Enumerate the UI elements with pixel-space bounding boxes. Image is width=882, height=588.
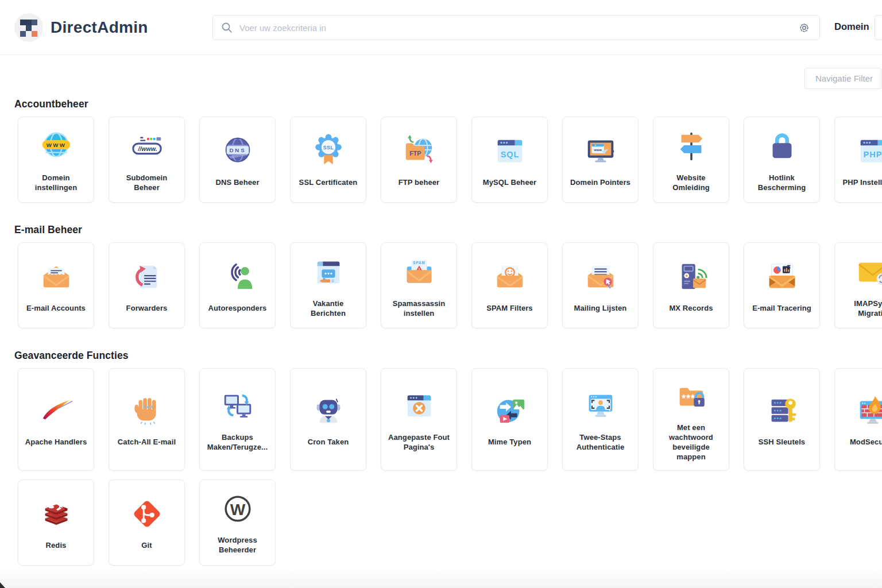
card-dns-beheer[interactable]: DNSDNS Beheer (199, 117, 276, 203)
card-spam-filters[interactable]: SPAM Filters (471, 242, 548, 328)
brand[interactable]: DirectAdmin (14, 13, 148, 42)
card-label: Apache Handlers (25, 438, 87, 447)
git-diamond-icon (129, 494, 165, 533)
svg-text:***: *** (682, 393, 695, 404)
svg-text:www: www (593, 148, 602, 152)
card-label: ModSecurity (850, 438, 882, 447)
card-label: Backups Maken/Terugze... (204, 433, 270, 452)
card-wordpress-beheerder[interactable]: WWordpress Beheerder (199, 479, 276, 566)
card-label: Autoresponders (208, 304, 267, 314)
svg-text://www.: //www. (137, 145, 157, 152)
card-label: SPAM Filters (486, 304, 532, 314)
card-e-mail-accounts[interactable]: ****E-mail Accounts (18, 242, 94, 328)
envelope-analytics-icon (764, 257, 800, 296)
card-label: Met een wachtwoord beveiligde mappen (658, 423, 724, 462)
svg-text:W: W (230, 501, 245, 519)
envelope-spam-warning-icon: SPAM! (401, 253, 437, 292)
card-label: Domein instellingen (23, 173, 89, 193)
card-mailing-lijsten[interactable]: Mailing Lijsten (562, 242, 639, 328)
card-e-mail-tracering[interactable]: E-mail Tracering (744, 242, 820, 328)
card-php-instellingen[interactable]: PHPPHP Instellingen (834, 117, 882, 203)
card-grid: ****E-mail AccountsForwardersAutorespond… (18, 242, 882, 328)
card-imapsync-migratie[interactable]: IMAPSync Migratie (834, 242, 882, 328)
card-label: Vakantie Berichten (295, 299, 361, 319)
robot-icon (311, 391, 346, 430)
globe-www-icon: WWW (38, 127, 74, 166)
svg-text:PHP: PHP (863, 150, 882, 159)
dns-globe-icon: DNS (220, 131, 256, 171)
server-key-icon (764, 391, 800, 430)
card-label: Subdomein Beheer (114, 173, 180, 193)
message-compose-window-icon (311, 253, 346, 292)
card-spamassassin-instellen[interactable]: SPAM!Spamassassin instellen (381, 242, 457, 328)
card-aangepaste-fout-pagina-s[interactable]: Aangepaste Fout Pagina's (381, 368, 457, 471)
card-label: E-mail Accounts (26, 304, 86, 314)
card-vakantie-berichten[interactable]: Vakantie Berichten (290, 242, 366, 328)
search-settings-button[interactable] (794, 18, 814, 37)
signpost-icon (674, 127, 709, 166)
card-apache-handlers[interactable]: Apache Handlers (18, 368, 94, 471)
app-header: DirectAdmin Domein (0, 0, 882, 55)
document-forward-arrow-icon (129, 257, 165, 296)
envelope-password-icon: **** (38, 257, 74, 296)
card-redis[interactable]: Redis (18, 479, 94, 566)
search-input[interactable] (238, 22, 794, 33)
card-domein-pointers[interactable]: wwwDomein Pointers (562, 117, 639, 203)
section-title: E-mail Beheer (14, 224, 882, 236)
section-title: Geavanceerde Functies (14, 350, 882, 362)
bottom-fade (0, 568, 882, 588)
card-domein-instellingen[interactable]: WWWDomein instellingen (18, 117, 94, 203)
section-accountbeheer: AccountbeheerWWWDomein instellingen//www… (0, 98, 882, 203)
card-label: SSL Certificaten (299, 178, 358, 188)
user-menu-button[interactable] (875, 15, 882, 40)
brand-name: DirectAdmin (51, 18, 148, 37)
computers-sync-icon (220, 386, 256, 425)
redis-stack-icon (38, 494, 74, 533)
card-autoresponders[interactable]: Autoresponders (199, 242, 276, 328)
navigation-filter-input[interactable] (804, 68, 881, 89)
svg-text:SQL: SQL (500, 150, 519, 159)
card-website-omleiding[interactable]: Website Omleiding (653, 117, 729, 203)
card-label: Redis (46, 541, 67, 551)
card-hotlink-bescherming[interactable]: Hotlink Bescherming (744, 117, 820, 203)
cursor-artifact (0, 582, 5, 588)
card-label: Git (141, 541, 152, 551)
card-ftp-beheer[interactable]: FTPFTP beheer (381, 117, 457, 203)
card-mysql-beheer[interactable]: SQLMySQL Beheer (471, 117, 548, 203)
card-forwarders[interactable]: Forwarders (109, 242, 185, 328)
sections: AccountbeheerWWWDomein instellingen//www… (0, 98, 882, 566)
svg-text:FTP: FTP (409, 150, 421, 157)
card-ssh-sleutels[interactable]: SSH Sleutels (744, 368, 820, 471)
card-mime-typen[interactable]: Mime Typen (471, 368, 548, 471)
card-subdomein-beheer[interactable]: //www.Subdomein Beheer (109, 117, 185, 203)
section-e-mail-beheer: E-mail Beheer****E-mail AccountsForwarde… (0, 224, 882, 328)
address-bar-icon: //www. (129, 127, 165, 166)
card-mx-records[interactable]: MX Records (653, 242, 729, 328)
card-label: FTP beheer (399, 178, 440, 188)
card-label: SSH Sleutels (759, 438, 805, 447)
person-broadcast-icon (220, 257, 256, 296)
card-label: DNS Beheer (215, 178, 259, 188)
svg-text:WWW: WWW (46, 142, 66, 148)
card-git[interactable]: Git (109, 479, 185, 566)
section-title: Accountbeheer (14, 98, 882, 110)
apache-feather-icon (38, 391, 74, 430)
card-backups-maken-terugze[interactable]: Backups Maken/Terugze... (199, 368, 276, 471)
firewall-flame-monitor-icon (855, 391, 882, 430)
envelope-list-cursor-icon (583, 257, 618, 296)
card-cron-taken[interactable]: Cron Taken (290, 368, 366, 471)
card-label: Catch-All E-mail (118, 438, 176, 447)
error-window-icon (401, 386, 437, 425)
card-label: MX Records (669, 304, 713, 314)
card-twee-staps-authenticatie[interactable]: Twee-Staps Authenticatie (562, 368, 639, 471)
svg-text:×××: ××× (142, 404, 153, 410)
svg-text:SSL: SSL (323, 145, 334, 150)
card-modsecurity[interactable]: ModSecurity (834, 368, 882, 471)
card-catch-all-e-mail[interactable]: ×××Catch-All E-mail (109, 368, 185, 471)
monitor-face-scan-icon (583, 386, 618, 425)
php-window-icon: PHP (855, 131, 882, 171)
card-ssl-certificaten[interactable]: SSLSSL Certificaten (290, 117, 366, 203)
ftp-folder-icon: FTP (401, 131, 437, 171)
card-label: Domein Pointers (570, 178, 630, 188)
card-met-een-wachtwoord-beveiligde-mappen[interactable]: ***Met een wachtwoord beveiligde mappen (653, 368, 729, 471)
